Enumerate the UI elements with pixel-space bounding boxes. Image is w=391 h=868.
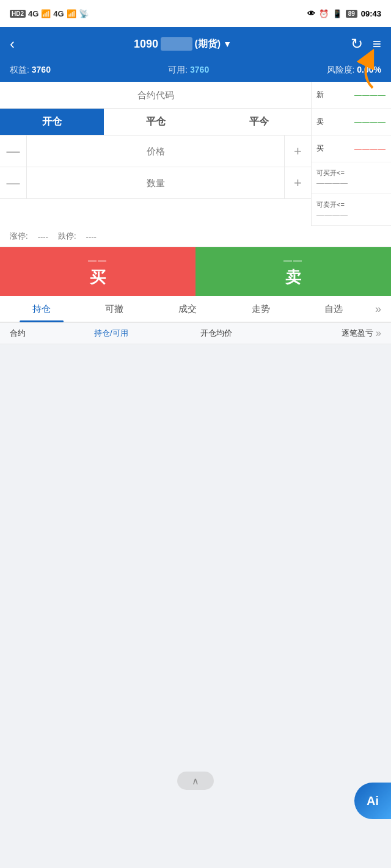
nav-title: 1090 (期货) ▼ <box>134 37 232 51</box>
fall-limit-label: 跌停: <box>58 231 76 242</box>
limit-sell-label: 可卖开<= <box>316 200 386 209</box>
price-minus-button[interactable]: — <box>0 136 27 167</box>
buy-dashes: —— <box>88 256 108 266</box>
back-button[interactable]: ‹ <box>10 37 15 51</box>
limit-buy-row: 可买开<= ———— <box>312 162 391 194</box>
equity-label: 权益: <box>10 65 29 74</box>
signal-bars: 📶 <box>41 9 51 18</box>
rise-limit-value: ---- <box>38 232 48 241</box>
limit-info-bar: 涨停: ---- 跌停: ---- <box>0 226 391 247</box>
bottom-tabs: 持仓 可撤 成交 走势 自选 » <box>0 296 391 323</box>
tab-transactions[interactable]: 成交 <box>151 297 224 321</box>
tab-trend[interactable]: 走势 <box>224 297 298 321</box>
hd2-badge: HD2 <box>10 10 26 18</box>
quantity-minus-button[interactable]: — <box>0 167 27 199</box>
equity-value: 3760 <box>32 65 51 74</box>
tab-watchlist[interactable]: 自选 <box>297 297 370 321</box>
account-number: 1090 <box>134 38 158 51</box>
tab-close-today[interactable]: 平今 <box>207 109 311 135</box>
right-buy-row: 买 ———— <box>312 136 391 162</box>
wifi-icon: 📡 <box>79 9 89 18</box>
trading-left: 开仓 平仓 平今 — + — + <box>0 82 312 226</box>
plus-icon: + <box>294 143 302 159</box>
qty-plus-icon: + <box>294 175 302 191</box>
sell-button[interactable]: —— 卖 <box>196 247 391 296</box>
header-pnl: 逐笔盈亏 <box>268 328 373 339</box>
header-avg-price: 开仓均价 <box>164 328 269 339</box>
minus-icon: — <box>7 143 20 159</box>
new-label: 新 <box>316 90 324 100</box>
ai-label: Ai <box>367 794 379 808</box>
buy-label: 买 <box>90 267 106 288</box>
header-holding: 持仓/可用 <box>59 328 164 339</box>
status-bar: HD2 4G 📶 4G 📶 📡 👁 ⏰ 📱 89 09:43 <box>0 0 391 27</box>
contract-input[interactable] <box>0 90 311 100</box>
nav-actions: ↻ ≡ <box>351 35 381 52</box>
trading-panel: 开仓 平仓 平今 — + — + 新 <box>0 82 391 226</box>
menu-button[interactable]: ≡ <box>373 35 381 52</box>
price-plus-button[interactable]: + <box>284 136 311 167</box>
action-buttons: —— 买 —— 卖 <box>0 247 391 296</box>
tab-close-position[interactable]: 平仓 <box>104 109 208 135</box>
available-item: 可用: 3760 <box>168 65 209 76</box>
scroll-up-indicator[interactable]: ∧ <box>177 772 214 790</box>
price-row: — + <box>0 136 311 167</box>
quantity-plus-button[interactable]: + <box>284 167 311 199</box>
quantity-input[interactable] <box>27 178 284 188</box>
battery-level: 89 <box>346 10 357 18</box>
right-new-row: 新 ———— <box>312 82 391 109</box>
network-signal-2: 4G <box>53 9 64 18</box>
risk-value: 0.00% <box>357 65 381 74</box>
quantity-row: — + <box>0 167 311 199</box>
tab-cancellable[interactable]: 可撤 <box>78 297 152 321</box>
account-bar: 权益: 3760 可用: 3760 风险度: 0.00% <box>0 61 391 82</box>
right-sell-row: 卖 ———— <box>312 109 391 136</box>
tab-open-position[interactable]: 开仓 <box>0 109 104 135</box>
price-input[interactable] <box>27 146 284 156</box>
trading-right: 新 ———— 卖 ———— 买 ———— 可买开<= ———— 可卖开<= ——… <box>312 82 391 226</box>
eye-icon: 👁 <box>307 9 315 18</box>
limit-sell-value: ———— <box>316 211 386 219</box>
more-tabs-icon[interactable]: » <box>370 303 386 316</box>
rise-limit-label: 涨停: <box>10 231 28 242</box>
tab-holding[interactable]: 持仓 <box>5 297 78 321</box>
sell-label: 卖 <box>285 267 301 288</box>
content-area: ∧ <box>0 344 391 802</box>
status-right: 👁 ⏰ 📱 89 09:43 <box>307 9 381 18</box>
available-value: 3760 <box>190 65 209 74</box>
equity-item: 权益: 3760 <box>10 65 51 76</box>
limit-buy-value: ———— <box>316 179 386 187</box>
buy-price-value: ———— <box>354 145 386 153</box>
available-label: 可用: <box>168 65 188 74</box>
refresh-button[interactable]: ↻ <box>351 35 363 52</box>
alarm-icon: ⏰ <box>319 9 329 18</box>
sell-price-label: 卖 <box>316 117 324 127</box>
status-left: HD2 4G 📶 4G 📶 📡 <box>10 9 89 18</box>
buy-price-label: 买 <box>316 143 324 154</box>
risk-item: 风险度: 0.00% <box>327 65 381 76</box>
table-header: 合约 持仓/可用 开仓均价 逐笔盈亏 » <box>0 323 391 344</box>
risk-label: 风险度: <box>327 65 355 74</box>
clock-time: 09:43 <box>361 9 381 18</box>
signal-bars-2: 📶 <box>67 9 76 18</box>
limit-buy-label: 可买开<= <box>316 168 386 178</box>
top-nav: ‹ 1090 (期货) ▼ ↻ ≡ <box>0 27 391 61</box>
limit-sell-row: 可卖开<= ———— <box>312 194 391 226</box>
sell-price-value: ———— <box>354 118 386 126</box>
account-name-box <box>161 37 192 51</box>
ai-badge[interactable]: Ai <box>354 783 391 819</box>
contract-row <box>0 82 311 109</box>
header-contract: 合约 <box>10 328 59 339</box>
phone-icon: 📱 <box>332 9 342 18</box>
dropdown-icon[interactable]: ▼ <box>223 39 232 49</box>
qty-minus-icon: — <box>7 175 20 191</box>
fall-limit-value: ---- <box>86 232 97 241</box>
header-more-icon[interactable]: » <box>376 328 381 339</box>
trade-tabs: 开仓 平仓 平今 <box>0 109 311 136</box>
network-signal: 4G <box>28 9 38 18</box>
new-value: ———— <box>354 91 386 99</box>
sell-dashes: —— <box>283 256 303 266</box>
account-suffix: (期货) <box>195 38 221 51</box>
buy-button[interactable]: —— 买 <box>0 247 196 296</box>
